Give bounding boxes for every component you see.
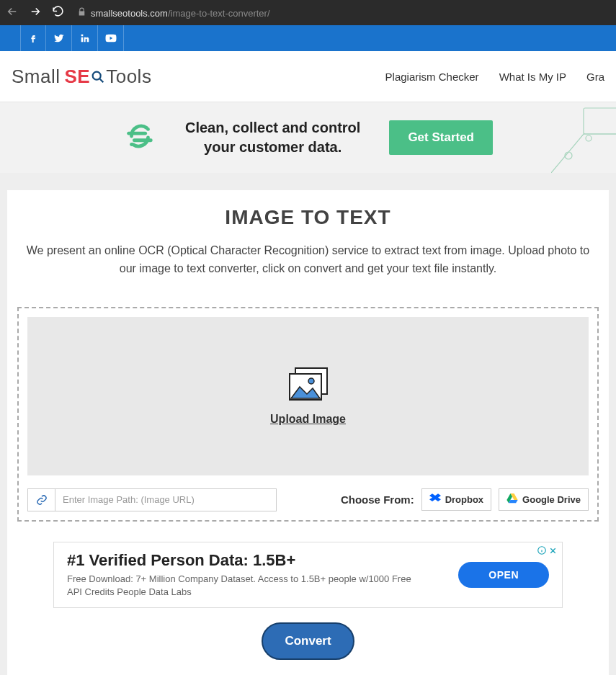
link-icon	[28, 489, 55, 511]
segment-logo-icon	[123, 120, 156, 156]
dropbox-icon	[429, 493, 441, 506]
svg-point-0	[93, 71, 101, 79]
svg-point-5	[586, 135, 592, 141]
upload-container: Upload Image Choose From: Dropbox Google…	[17, 307, 599, 522]
ad-info-icon[interactable]	[537, 545, 547, 558]
site-header: Small S E Tools Plagiarism Checker What …	[0, 51, 616, 102]
linkedin-icon[interactable]	[72, 25, 98, 51]
youtube-icon[interactable]	[98, 25, 124, 51]
ad-banner: #1 Verified Person Data: 1.5B+ Free Down…	[53, 542, 563, 608]
back-arrow-icon	[6, 5, 19, 21]
svg-rect-3	[584, 108, 616, 134]
reload-icon[interactable]	[52, 5, 64, 20]
image-url-input[interactable]	[55, 494, 276, 505]
main-card: IMAGE TO TEXT We present an online OCR (…	[7, 190, 609, 675]
address-bar[interactable]: smallseotools.com/image-to-text-converte…	[73, 6, 610, 19]
url-path: /image-to-text-converter/	[168, 8, 270, 19]
ad-close-icon[interactable]	[548, 545, 558, 558]
dropbox-button[interactable]: Dropbox	[421, 488, 491, 511]
twitter-icon[interactable]	[46, 25, 72, 51]
promo-text: Clean, collect and control your customer…	[185, 118, 360, 157]
browser-toolbar: smallseotools.com/image-to-text-converte…	[0, 0, 616, 25]
image-stack-icon	[288, 367, 329, 406]
ad-open-button[interactable]: OPEN	[458, 562, 549, 588]
upload-label: Upload Image	[270, 413, 346, 426]
nav-plagiarism[interactable]: Plagiarism Checker	[385, 71, 479, 83]
site-logo[interactable]: Small S E Tools	[12, 66, 151, 88]
forward-arrow-icon[interactable]	[29, 5, 42, 21]
social-bar	[0, 25, 616, 51]
nav-grammar[interactable]: Gra	[586, 71, 604, 83]
facebook-icon[interactable]	[20, 25, 46, 51]
page-title: IMAGE TO TEXT	[17, 206, 599, 229]
url-input-wrap	[27, 488, 277, 511]
convert-button[interactable]: Convert	[262, 622, 354, 660]
google-drive-button[interactable]: Google Drive	[499, 488, 589, 511]
svg-point-8	[308, 378, 314, 384]
choose-from-label: Choose From:	[341, 493, 414, 506]
google-drive-icon	[506, 493, 518, 506]
page-description: We present an online OCR (Optical Charac…	[20, 242, 597, 278]
url-host: smallseotools.com	[91, 8, 168, 19]
get-started-button[interactable]: Get Started	[389, 120, 493, 155]
magnifier-icon	[90, 68, 106, 90]
promo-decoration-icon	[551, 102, 616, 173]
lock-icon	[77, 6, 86, 19]
ad-headline: #1 Verified Person Data: 1.5B+	[67, 551, 458, 570]
nav-whatismyip[interactable]: What Is My IP	[499, 71, 566, 83]
upload-dropzone[interactable]: Upload Image	[27, 317, 589, 475]
promo-banner: Clean, collect and control your customer…	[0, 102, 616, 173]
ad-subtext: Free Download: 7+ Million Company Datase…	[67, 573, 413, 599]
